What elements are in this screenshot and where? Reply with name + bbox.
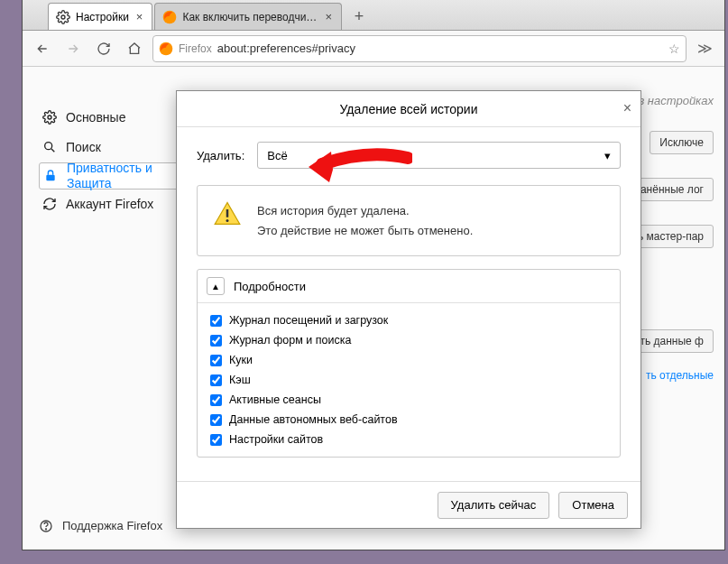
manage-cookies-link[interactable]: ть отдельные [646,369,714,382]
checkbox-input[interactable] [210,394,222,406]
url-bar[interactable]: Firefox about:preferences#privacy ☆ [152,35,687,62]
search-icon [42,140,57,154]
checkbox-site-settings[interactable]: Настройки сайтов [208,430,609,449]
sidebar-label: Приватность и Защита [67,161,180,191]
svg-point-4 [45,143,52,150]
checkbox-label: Данные автономных веб-сайтов [229,413,398,426]
dialog-title: Удаление всей истории [339,102,477,116]
checkbox-history[interactable]: Журнал посещений и загрузок [208,310,609,330]
checkbox-input[interactable] [210,434,222,446]
tab-label: Настройки [76,11,129,23]
svg-point-9 [226,219,229,222]
tab-other[interactable]: Как включить переводчик в M × [154,3,342,30]
firefox-icon [162,10,177,24]
clear-now-button[interactable]: Удалить сейчас [438,492,550,519]
svg-rect-5 [46,174,54,180]
dialog-body: Удалить: Всё ▾ Вся история будет удалена… [177,127,640,481]
reload-button[interactable] [91,36,116,61]
cancel-button[interactable]: Отмена [558,492,628,519]
checkbox-label: Активные сеансы [229,393,321,406]
tab-close-icon[interactable]: × [134,10,145,23]
home-button[interactable] [122,36,147,61]
checkbox-input[interactable] [210,335,222,347]
sidebar-item-privacy[interactable]: Приватность и Защита [39,162,185,190]
sidebar-label: Аккаунт Firefox [66,197,153,212]
exceptions-button[interactable]: Исключе [650,131,714,154]
url-brand: Firefox [179,42,212,55]
checkbox-cache[interactable]: Кэш [208,370,609,390]
checkbox-forms[interactable]: Журнал форм и поиска [208,330,609,350]
checkbox-cookies[interactable]: Куки [208,350,609,370]
time-range-select[interactable]: Всё ▾ [257,142,621,169]
details-panel: ▲ Подробности Журнал посещений и загрузо… [197,269,621,458]
support-label: Поддержка Firefox [62,519,162,533]
svg-rect-8 [226,209,229,217]
sidebar-item-general[interactable]: Основные [39,103,185,133]
checkbox-input[interactable] [210,315,222,327]
overflow-menu-icon[interactable]: ≫ [692,36,717,61]
checkbox-label: Настройки сайтов [229,433,323,446]
warning-text: Вся история будет удалена. Это действие … [257,200,473,241]
forward-button[interactable] [60,36,86,61]
sidebar-label: Основные [66,110,125,125]
firefox-icon [159,42,173,56]
gear-icon [42,110,57,125]
time-range-row: Удалить: Всё ▾ [197,142,621,169]
tab-strip: Настройки × Как включить переводчик в M … [23,0,724,31]
checkbox-input[interactable] [210,414,222,426]
help-icon [39,519,53,533]
dialog-close-icon[interactable]: × [623,100,631,116]
checkbox-input[interactable] [210,355,222,366]
back-button[interactable] [30,36,55,61]
gear-icon [56,10,70,24]
details-list[interactable]: Журнал посещений и загрузок Журнал форм … [198,303,620,457]
sidebar-label: Поиск [66,140,101,155]
clear-history-dialog: Удаление всей истории × Удалить: Всё ▾ В… [176,90,641,529]
checkbox-label: Куки [229,354,253,366]
checkbox-input[interactable] [210,374,222,386]
sync-icon [42,197,57,211]
chevron-down-icon: ▾ [604,149,611,162]
settings-sidebar: Основные Поиск Приватность и Защита Акка… [23,67,185,550]
new-tab-button[interactable]: + [347,5,371,28]
warning-box: Вся история будет удалена. Это действие … [197,185,621,256]
warning-line2: Это действие не может быть отменено. [257,222,473,240]
bookmark-star-icon[interactable]: ☆ [668,42,680,56]
svg-point-0 [61,15,65,19]
svg-point-3 [48,116,51,119]
collapse-icon[interactable]: ▲ [207,277,225,295]
delete-label: Удалить: [197,149,244,162]
details-label: Подробности [234,280,306,293]
warning-line1: Вся история будет удалена. [257,202,473,220]
tab-close-icon[interactable]: × [323,10,334,23]
warning-icon [214,200,241,230]
checkbox-sessions[interactable]: Активные сеансы [208,390,609,410]
sidebar-support-link[interactable]: Поддержка Firefox [39,519,162,533]
checkbox-offline[interactable]: Данные автономных веб-сайтов [208,410,609,430]
checkbox-label: Кэш [229,374,251,386]
checkbox-label: Журнал посещений и загрузок [229,314,388,327]
lock-icon [43,169,58,183]
sidebar-item-account[interactable]: Аккаунт Firefox [39,190,185,219]
dialog-footer: Удалить сейчас Отмена [177,481,640,528]
checkbox-label: Журнал форм и поиска [229,334,351,347]
tab-settings[interactable]: Настройки × [48,3,152,30]
tab-label: Как включить переводчик в M [182,11,318,23]
select-value: Всё [267,149,287,162]
nav-toolbar: Firefox about:preferences#privacy ☆ ≫ [23,31,724,67]
sidebar-item-search[interactable]: Поиск [39,133,185,162]
url-text: about:preferences#privacy [217,42,663,55]
details-header[interactable]: ▲ Подробности [198,270,620,303]
dialog-titlebar: Удаление всей истории × [177,91,640,127]
svg-point-7 [45,529,46,530]
